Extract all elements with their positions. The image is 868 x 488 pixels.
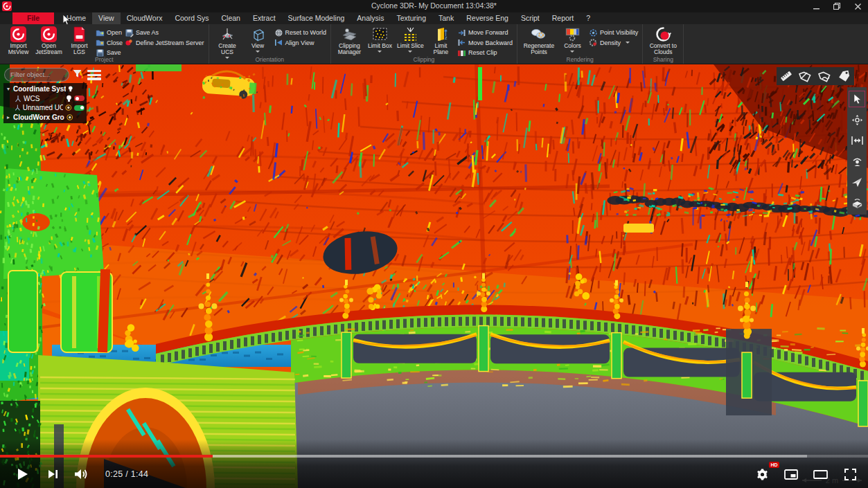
regenerate-points-icon	[531, 26, 547, 42]
open-jetstream-button[interactable]: Open JetStream	[35, 26, 63, 55]
tab-analysis[interactable]: Analysis	[351, 12, 390, 24]
navigation-toolbar	[847, 87, 867, 215]
bulb-off-icon[interactable]	[65, 104, 72, 111]
point-visibility-button[interactable]: Point Visibility	[589, 28, 638, 37]
close-button[interactable]: Close	[96, 39, 123, 47]
import-lgs-button[interactable]: Import LGS	[65, 26, 94, 55]
unnamed-ucs-toggle[interactable]	[74, 105, 85, 111]
close-icon[interactable]	[847, 0, 868, 12]
tree-item-coordinate-system[interactable]: ▾ Coordinate System	[6, 84, 85, 94]
group-label-project: Project	[0, 56, 209, 63]
filter-box	[4, 67, 69, 81]
view-button[interactable]: View	[244, 26, 272, 53]
minimize-icon[interactable]	[806, 0, 826, 12]
save-as-button[interactable]: Save As	[125, 28, 204, 37]
globe-icon	[274, 28, 283, 37]
create-ucs-button[interactable]: Create UCS	[213, 26, 242, 59]
fullscreen-button[interactable]	[835, 460, 865, 488]
import-msview-icon	[10, 26, 26, 42]
move-forward-icon	[457, 28, 466, 37]
move-forward-button[interactable]: Move Forward	[457, 28, 513, 37]
convert-to-clouds-button[interactable]: Convert to Clouds	[647, 26, 679, 55]
tree-item-unnamed-ucs[interactable]: Unnamed UCS	[6, 103, 85, 113]
next-button[interactable]	[39, 460, 67, 488]
close-folder-icon	[96, 38, 105, 47]
filter-funnel-icon[interactable]	[72, 69, 82, 79]
import-msview-button[interactable]: Import MsView	[4, 26, 33, 55]
progress-bar[interactable]	[0, 455, 868, 458]
tab-file[interactable]: File	[12, 12, 54, 24]
move-backward-icon	[457, 38, 466, 47]
view-dropdown-caret[interactable]	[256, 51, 260, 53]
measure-tag-icon[interactable]	[797, 69, 814, 84]
theater-mode-button[interactable]	[806, 460, 835, 488]
ribbon-tabs: File Home View CloudWorx Coord Sys Clean…	[0, 12, 868, 24]
filter-input[interactable]	[4, 68, 69, 82]
avatar-view-tool[interactable]	[847, 151, 867, 172]
window-title: Cyclone 3DR- My Document 13:04:38*	[0, 1, 868, 10]
hd-badge: HD	[769, 462, 779, 468]
colors-icon	[565, 26, 581, 42]
colors-button[interactable]: Colors	[558, 26, 587, 53]
restore-icon[interactable]	[826, 0, 847, 12]
tab-script[interactable]: Script	[515, 12, 546, 24]
view-cube-icon	[250, 26, 266, 42]
fly-navigation-tool[interactable]	[847, 172, 867, 192]
time-display: 0:25 / 1:44	[105, 469, 148, 479]
align-view-button[interactable]: Align View	[274, 39, 326, 47]
tab-extract[interactable]: Extract	[247, 12, 282, 24]
regenerate-points-button[interactable]: Regenerate Points	[522, 26, 556, 55]
tree-item-cloudworx-group[interactable]: ▸ CloudWorx Group	[6, 113, 85, 123]
tab-coord-sys[interactable]: Coord Sys	[168, 12, 215, 24]
tab-report[interactable]: Report	[546, 12, 581, 24]
axes-icon	[15, 104, 21, 111]
reset-to-world-button[interactable]: Reset to World	[274, 28, 326, 37]
pan-move-tool[interactable]	[847, 109, 867, 130]
limit-box-icon	[372, 26, 388, 42]
limit-plane-button[interactable]: z Limit Plane	[427, 26, 455, 55]
tab-help[interactable]: ?	[580, 12, 596, 24]
tab-tank[interactable]: Tank	[432, 12, 460, 24]
annotation-tag-icon[interactable]	[817, 69, 833, 84]
tab-clean[interactable]: Clean	[215, 12, 246, 24]
box-mode-tool[interactable]	[847, 192, 867, 213]
limit-slice-dropdown-caret[interactable]	[408, 51, 412, 53]
play-button[interactable]	[7, 460, 39, 488]
bulb-on-icon[interactable]	[68, 85, 73, 93]
select-cursor-tool[interactable]	[847, 89, 867, 109]
ribbon-group-clipping: Clipping Manager Limit Box Limit Slice	[331, 24, 517, 64]
move-backward-button[interactable]: Move Backward	[457, 39, 513, 47]
label-tag-icon[interactable]	[836, 69, 853, 84]
limit-box-button[interactable]: Limit Box	[366, 26, 394, 53]
settings-button[interactable]: HD	[747, 460, 777, 488]
clipping-manager-icon	[342, 26, 357, 42]
tab-view[interactable]: View	[92, 12, 121, 24]
point-visibility-icon	[589, 28, 598, 37]
miniplayer-button[interactable]	[777, 460, 806, 488]
bulb-off-icon[interactable]	[67, 114, 73, 121]
tab-surface-modeling[interactable]: Surface Modeling	[282, 12, 351, 24]
tab-reverse-eng[interactable]: Reverse Eng	[460, 12, 515, 24]
limit-slice-button[interactable]: Limit Slice	[396, 26, 425, 53]
group-label-rendering: Rendering	[517, 56, 642, 63]
bulb-on-icon[interactable]	[66, 95, 72, 102]
tree-item-wcs[interactable]: WCS	[6, 94, 85, 104]
limit-box-dropdown-caret[interactable]	[378, 51, 382, 53]
ruler-icon[interactable]	[778, 69, 795, 84]
tab-texturing[interactable]: Texturing	[390, 12, 432, 24]
open-button[interactable]: Open	[96, 28, 123, 37]
scene-tree-panel: ▾ Coordinate System WCS Unnamed UCS	[3, 83, 87, 123]
density-dropdown-caret[interactable]	[626, 42, 630, 44]
clipping-manager-button[interactable]: Clipping Manager	[335, 26, 364, 55]
menu-hamburger-icon[interactable]	[87, 70, 101, 80]
chevron-right-icon[interactable]: ▸	[6, 114, 11, 120]
chevron-down-icon[interactable]: ▾	[6, 86, 11, 92]
volume-button[interactable]	[67, 460, 97, 488]
fit-width-tool[interactable]	[847, 130, 867, 151]
density-button[interactable]: Density	[589, 39, 638, 47]
define-jetstream-server-button[interactable]: Define JetStream Server	[125, 39, 204, 47]
viewport-3d[interactable]: 2 m ▾ Coordinate System WCS	[0, 64, 868, 488]
tab-cloudworx[interactable]: CloudWorx	[121, 12, 169, 24]
colors-dropdown-caret[interactable]	[570, 51, 574, 53]
wcs-toggle[interactable]	[74, 96, 85, 101]
